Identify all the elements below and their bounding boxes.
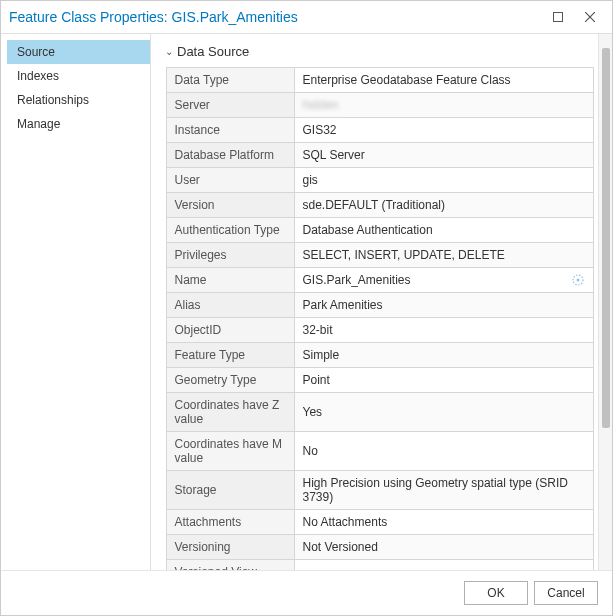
table-row: ObjectID32-bit <box>166 318 593 343</box>
row-label: Alias <box>166 293 294 318</box>
sidebar-item-relationships[interactable]: Relationships <box>7 88 150 112</box>
row-label: Storage <box>166 471 294 510</box>
window-controls <box>544 7 604 27</box>
sidebar-item-indexes[interactable]: Indexes <box>7 64 150 88</box>
svg-rect-0 <box>554 13 563 22</box>
table-row: AttachmentsNo Attachments <box>166 510 593 535</box>
row-label: Database Platform <box>166 143 294 168</box>
row-label: Version <box>166 193 294 218</box>
row-value: GIS.PARK_AMENITIES_EVW <box>294 560 593 571</box>
vertical-scrollbar[interactable] <box>598 34 612 570</box>
row-label: Coordinates have M value <box>166 432 294 471</box>
row-value: Point <box>294 368 593 393</box>
table-row: InstanceGIS32 <box>166 118 593 143</box>
svg-point-4 <box>576 279 579 282</box>
sidebar-item-source[interactable]: Source <box>7 40 150 64</box>
dialog-footer: OK Cancel <box>1 570 612 615</box>
cancel-button[interactable]: Cancel <box>534 581 598 605</box>
table-row: Coordinates have M valueNo <box>166 432 593 471</box>
row-value: GIS32 <box>294 118 593 143</box>
row-label: Name <box>166 268 294 293</box>
table-row: StorageHigh Precision using Geometry spa… <box>166 471 593 510</box>
row-label: Versioning <box>166 535 294 560</box>
table-row: Feature TypeSimple <box>166 343 593 368</box>
row-label: Privileges <box>166 243 294 268</box>
content-wrap: ⌄ Data Source Data TypeEnterprise Geodat… <box>151 34 612 570</box>
titlebar: Feature Class Properties: GIS.Park_Ameni… <box>1 1 612 34</box>
table-row: Serverhidden <box>166 93 593 118</box>
row-value: 32-bit <box>294 318 593 343</box>
table-row: PrivilegesSELECT, INSERT, UPDATE, DELETE <box>166 243 593 268</box>
row-value: Yes <box>294 393 593 432</box>
row-value: Not Versioned <box>294 535 593 560</box>
row-value: Database Authentication <box>294 218 593 243</box>
table-row: VersioningNot Versioned <box>166 535 593 560</box>
row-value: gis <box>294 168 593 193</box>
chevron-down-icon: ⌄ <box>165 46 173 57</box>
feature-class-icon <box>571 273 585 287</box>
row-label: User <box>166 168 294 193</box>
scrollbar-thumb[interactable] <box>602 48 610 428</box>
section-title: Data Source <box>177 44 249 59</box>
row-label: Feature Type <box>166 343 294 368</box>
row-value: No Attachments <box>294 510 593 535</box>
table-row: Database PlatformSQL Server <box>166 143 593 168</box>
main-area: Source Indexes Relationships Manage ⌄ Da… <box>1 34 612 570</box>
maximize-icon <box>553 12 563 22</box>
data-source-table: Data TypeEnterprise Geodatabase Feature … <box>165 67 594 570</box>
row-value: SELECT, INSERT, UPDATE, DELETE <box>294 243 593 268</box>
row-value: SQL Server <box>294 143 593 168</box>
sidebar: Source Indexes Relationships Manage <box>1 34 151 570</box>
table-row: AliasPark Amenities <box>166 293 593 318</box>
row-value: Park Amenities <box>294 293 593 318</box>
row-value: Enterprise Geodatabase Feature Class <box>294 68 593 93</box>
row-value: GIS.Park_Amenities <box>294 268 593 293</box>
table-row: Authentication TypeDatabase Authenticati… <box>166 218 593 243</box>
row-label: Attachments <box>166 510 294 535</box>
table-row: Geometry TypePoint <box>166 368 593 393</box>
section-header-data-source[interactable]: ⌄ Data Source <box>165 44 594 59</box>
table-row: Coordinates have Z valueYes <box>166 393 593 432</box>
row-label: Geometry Type <box>166 368 294 393</box>
row-label: ObjectID <box>166 318 294 343</box>
row-value: High Precision using Geometry spatial ty… <box>294 471 593 510</box>
row-label: Server <box>166 93 294 118</box>
sidebar-item-manage[interactable]: Manage <box>7 112 150 136</box>
row-label: Instance <box>166 118 294 143</box>
row-label: Coordinates have Z value <box>166 393 294 432</box>
row-value: No <box>294 432 593 471</box>
row-value: sde.DEFAULT (Traditional) <box>294 193 593 218</box>
close-button[interactable] <box>576 7 604 27</box>
name-value: GIS.Park_Amenities <box>303 273 411 287</box>
window-title: Feature Class Properties: GIS.Park_Ameni… <box>9 9 544 25</box>
maximize-button[interactable] <box>544 7 572 27</box>
row-value: Simple <box>294 343 593 368</box>
row-value: hidden <box>294 93 593 118</box>
close-icon <box>585 12 595 22</box>
table-row: Usergis <box>166 168 593 193</box>
row-label: Versioned View Name <box>166 560 294 571</box>
row-label: Authentication Type <box>166 218 294 243</box>
content-panel: ⌄ Data Source Data TypeEnterprise Geodat… <box>151 34 598 570</box>
table-row: NameGIS.Park_Amenities <box>166 268 593 293</box>
table-row: Versionsde.DEFAULT (Traditional) <box>166 193 593 218</box>
table-row: Data TypeEnterprise Geodatabase Feature … <box>166 68 593 93</box>
row-label: Data Type <box>166 68 294 93</box>
table-row: Versioned View NameGIS.PARK_AMENITIES_EV… <box>166 560 593 571</box>
ok-button[interactable]: OK <box>464 581 528 605</box>
